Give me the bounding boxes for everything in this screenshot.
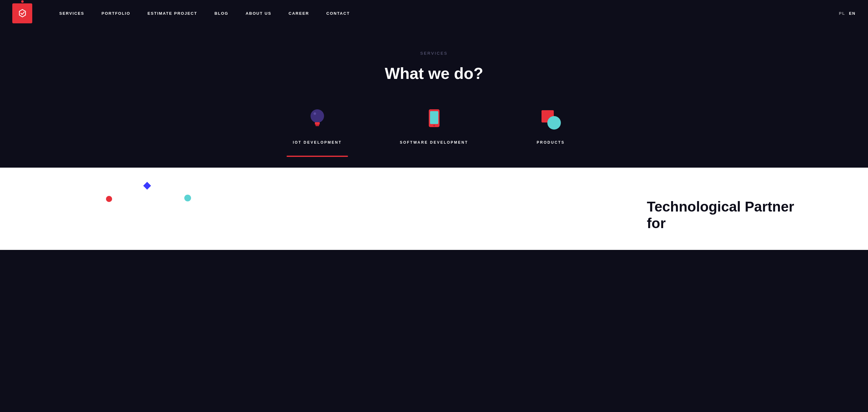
svg-point-0 [311, 109, 324, 123]
nav-item-about[interactable]: ABOUT US [237, 10, 280, 16]
navbar: SERVICES PORTFOLIO ESTIMATE PROJECT BLOG… [0, 0, 868, 26]
service-card-products[interactable]: PRODUCTS [492, 107, 609, 157]
iot-label: IoT DEVELOPMENT [293, 140, 342, 145]
service-card-software[interactable]: SOFTWARE DEVELOPMENT [376, 107, 492, 157]
svg-point-8 [547, 116, 561, 130]
nav-link-career[interactable]: CAREER [280, 11, 318, 15]
nav-links: SERVICES PORTFOLIO ESTIMATE PROJECT BLOG… [51, 10, 839, 16]
logo[interactable] [12, 3, 32, 23]
section-label: SERVICES [12, 51, 856, 56]
iot-underline [286, 156, 348, 157]
logo-icon [17, 8, 28, 19]
bottom-title: Technological Partner for [647, 198, 800, 231]
svg-rect-3 [315, 125, 319, 126]
nav-item-portfolio[interactable]: PORTFOLIO [93, 10, 139, 16]
svg-rect-5 [430, 111, 438, 124]
service-card-iot[interactable]: IoT DEVELOPMENT [259, 107, 376, 157]
nav-item-services[interactable]: SERVICES [51, 10, 93, 16]
nav-item-contact[interactable]: CONTACT [318, 10, 359, 16]
nav-item-career[interactable]: CAREER [280, 10, 318, 16]
iot-icon [305, 107, 330, 132]
service-cards: IoT DEVELOPMENT SOFTWARE DEVELOPMENT [12, 107, 856, 157]
nav-link-contact[interactable]: CONTACT [318, 11, 359, 15]
services-section: SERVICES What we do? IoT DEVELOPMENT [0, 26, 868, 168]
section-title: What we do? [12, 64, 856, 83]
lang-switcher: PL EN [839, 11, 856, 15]
deco-diamond [143, 182, 151, 189]
svg-point-1 [314, 113, 316, 115]
logo-dot [21, 0, 24, 3]
lang-pl[interactable]: PL [839, 11, 845, 15]
nav-link-portfolio[interactable]: PORTFOLIO [93, 11, 139, 15]
bottom-section: Technological Partner for [0, 168, 868, 250]
deco-dot-red [106, 196, 112, 202]
lang-en[interactable]: EN [849, 11, 856, 15]
nav-item-blog[interactable]: BLOG [206, 10, 237, 16]
svg-rect-2 [315, 122, 320, 125]
software-icon [422, 107, 446, 132]
products-icon [538, 107, 563, 132]
svg-point-6 [433, 125, 435, 126]
nav-link-estimate[interactable]: ESTIMATE PROJECT [139, 11, 206, 15]
deco-dot-cyan [184, 195, 191, 201]
products-label: PRODUCTS [536, 140, 564, 145]
nav-link-services[interactable]: SERVICES [51, 11, 93, 15]
nav-link-blog[interactable]: BLOG [206, 11, 237, 15]
nav-item-estimate[interactable]: ESTIMATE PROJECT [139, 10, 206, 16]
nav-link-about[interactable]: ABOUT US [237, 11, 280, 15]
software-label: SOFTWARE DEVELOPMENT [400, 140, 468, 145]
